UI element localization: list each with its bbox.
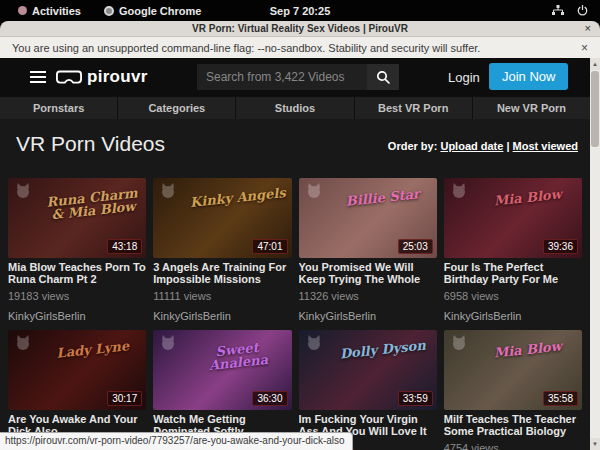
video-title[interactable]: Milf Teaches The Teacher Some Practical … xyxy=(444,413,582,437)
chrome-icon xyxy=(104,6,114,16)
site-logo[interactable]: pirouvr xyxy=(56,67,148,87)
infobar-message: You are using an unsupported command-lin… xyxy=(12,42,480,54)
studio-cat-logo-icon xyxy=(14,182,32,199)
activities-button[interactable]: Activities xyxy=(10,5,89,17)
studio-cat-logo-icon xyxy=(159,334,177,351)
network-icon[interactable] xyxy=(552,5,564,16)
search-button[interactable] xyxy=(367,64,399,90)
thumbnail-overlay-title: Mia Blow xyxy=(478,338,578,361)
app-menu-button[interactable]: Google Chrome xyxy=(96,5,210,17)
scrollbar-thumb[interactable] xyxy=(591,71,599,147)
thumbnail-overlay-title: Mia Blow xyxy=(478,186,578,209)
nav-item-best-vr-porn[interactable]: Best VR Porn xyxy=(355,97,472,119)
video-studio-link[interactable]: KinkyGirlsBerlin xyxy=(444,310,582,322)
order-separator: | xyxy=(506,140,509,152)
thumbnail-overlay-title: Runa Charm & Mia Blow xyxy=(42,186,144,222)
video-studio-link[interactable]: KinkyGirlsBerlin xyxy=(8,310,146,322)
scrollbar-down-icon[interactable]: ▼ xyxy=(590,438,600,450)
video-card[interactable]: Runa Charm & Mia Blow 43:18 Mia Blow Tea… xyxy=(8,178,146,322)
video-views: 19183 views xyxy=(8,290,146,302)
video-thumbnail[interactable]: Mia Blow 35:58 xyxy=(444,330,582,410)
video-title[interactable]: 3 Angels Are Training For Impossible Mis… xyxy=(153,261,291,285)
search-icon xyxy=(376,70,390,84)
activities-label: Activities xyxy=(32,5,81,17)
nav-item-categories[interactable]: Categories xyxy=(118,97,235,119)
video-thumbnail[interactable]: Mia Blow 39:36 xyxy=(444,178,582,258)
studio-cat-logo-icon xyxy=(450,182,468,199)
duration-badge: 25:03 xyxy=(398,239,433,254)
studio-cat-logo-icon xyxy=(159,182,177,199)
video-views: 11111 views xyxy=(153,290,291,302)
power-icon[interactable] xyxy=(577,5,588,16)
scrollbar-up-icon[interactable]: ▲ xyxy=(590,58,600,70)
recording-indicator-icon xyxy=(18,6,27,15)
video-grid: Runa Charm & Mia Blow 43:18 Mia Blow Tea… xyxy=(8,178,582,450)
video-views: 4754 views xyxy=(444,442,582,450)
video-title[interactable]: Mia Blow Teaches Porn To Runa Charm Pt 2 xyxy=(8,261,146,285)
window-title: VR Porn: Virtual Reality Sex Videos | Pi… xyxy=(192,23,408,34)
page-title: VR Porn Videos xyxy=(16,132,165,156)
join-now-button[interactable]: Join Now xyxy=(489,63,568,90)
site-logo-text: pirouvr xyxy=(87,67,148,87)
duration-badge: 39:36 xyxy=(543,239,578,254)
studio-cat-logo-icon xyxy=(305,182,323,199)
nav-item-studios[interactable]: Studios xyxy=(236,97,353,119)
order-by-controls: Order by: Upload date | Most viewed xyxy=(388,140,578,152)
thumbnail-overlay-title: Sweet Analena xyxy=(187,338,289,374)
app-menu-label: Google Chrome xyxy=(119,5,202,17)
thumbnail-overlay-title: Billie Star xyxy=(333,186,433,209)
duration-badge: 33:59 xyxy=(398,391,433,406)
duration-badge: 43:18 xyxy=(107,239,142,254)
video-card[interactable]: Billie Star 25:03 You Promised We Will K… xyxy=(299,178,437,322)
menu-hamburger-icon[interactable] xyxy=(30,71,46,86)
clock[interactable]: Sep 7 20:25 xyxy=(270,5,331,17)
studio-cat-logo-icon xyxy=(450,334,468,351)
studio-cat-logo-icon xyxy=(14,334,32,351)
order-link-most-viewed[interactable]: Most viewed xyxy=(513,140,578,152)
nav-item-pornstars[interactable]: Pornstars xyxy=(0,97,117,119)
thumbnail-overlay-title: Dolly Dyson xyxy=(333,338,433,361)
thumbnail-overlay-title: Kinky Angels xyxy=(188,186,288,209)
duration-badge: 36:30 xyxy=(252,391,287,406)
studio-cat-logo-icon xyxy=(305,334,323,351)
video-views: 11326 views xyxy=(299,290,437,302)
site-header: pirouvr Login Join Now xyxy=(0,58,590,96)
video-title[interactable]: You Promised We Will Keep Trying The Who… xyxy=(299,261,437,285)
order-link-upload-date[interactable]: Upload date xyxy=(440,140,503,152)
nav-item-new-vr-porn[interactable]: New VR Porn xyxy=(473,97,590,119)
thumbnail-overlay-title: Lady Lyne xyxy=(42,338,142,361)
infobar-close-icon[interactable]: × xyxy=(581,41,588,55)
video-thumbnail[interactable]: Dolly Dyson 33:59 xyxy=(299,330,437,410)
video-thumbnail[interactable]: Sweet Analena 36:30 xyxy=(153,330,291,410)
vr-goggles-icon xyxy=(56,70,82,85)
video-thumbnail[interactable]: Billie Star 25:03 xyxy=(299,178,437,258)
page-scrollbar[interactable]: ▲ ▼ xyxy=(590,58,600,450)
window-close-icon[interactable]: × xyxy=(585,22,591,34)
duration-badge: 47:01 xyxy=(252,239,287,254)
login-link[interactable]: Login xyxy=(448,70,480,85)
video-studio-link[interactable]: KinkyGirlsBerlin xyxy=(299,310,437,322)
order-by-label: Order by: xyxy=(388,140,438,152)
video-thumbnail[interactable]: Kinky Angels 47:01 xyxy=(153,178,291,258)
video-thumbnail[interactable]: Lady Lyne 30:17 xyxy=(8,330,146,410)
video-card[interactable]: Kinky Angels 47:01 3 Angels Are Training… xyxy=(153,178,291,322)
video-thumbnail[interactable]: Runa Charm & Mia Blow 43:18 xyxy=(8,178,146,258)
chrome-infobar: You are using an unsupported command-lin… xyxy=(0,37,600,58)
video-card[interactable]: Mia Blow 35:58 Milf Teaches The Teacher … xyxy=(444,330,582,450)
duration-badge: 35:58 xyxy=(543,391,578,406)
video-studio-link[interactable]: KinkyGirlsBerlin xyxy=(153,310,291,322)
browser-titlebar: VR Porn: Virtual Reality Sex Videos | Pi… xyxy=(0,21,600,37)
video-title[interactable]: Four Is The Perfect Birthday Party For M… xyxy=(444,261,582,285)
desktop-top-bar: Activities Google Chrome Sep 7 20:25 xyxy=(0,0,600,21)
browser-viewport: pirouvr Login Join Now Pornstars Categor… xyxy=(0,58,600,450)
video-card[interactable]: Mia Blow 39:36 Four Is The Perfect Birth… xyxy=(444,178,582,322)
main-nav: Pornstars Categories Studios Best VR Por… xyxy=(0,96,590,119)
duration-badge: 30:17 xyxy=(107,391,142,406)
status-url-bubble: https://pirouvr.com/vr-porn-video/779325… xyxy=(0,432,353,450)
video-views: 6958 views xyxy=(444,290,582,302)
search-input[interactable] xyxy=(197,64,367,90)
